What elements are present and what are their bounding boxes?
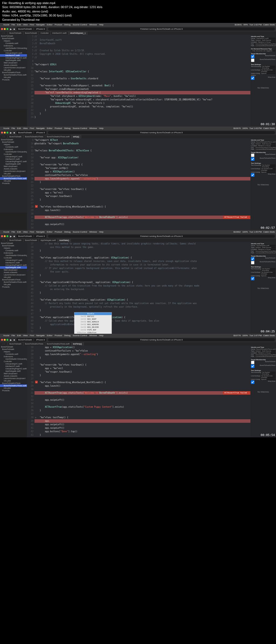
- file-name-field[interactable]: BoredToDeathUITests.swift: [256, 141, 276, 143]
- sidebar-item[interactable]: BoredToDeath: [0, 141, 27, 143]
- sidebar-item[interactable]: UserDefaults+Onboarding.swift: [0, 151, 27, 153]
- crumb[interactable]: BoredToDeathUITests.swift: [45, 135, 71, 138]
- crumb-symbol[interactable]: viewDidAppear(_:): [68, 32, 88, 35]
- sidebar-item[interactable]: UserDefaults+Onboarding.swift: [0, 358, 27, 360]
- sidebar-item[interactable]: OnboardingPageVC.swift: [0, 264, 27, 266]
- sidebar-item[interactable]: LaunchScreen.storyboard: [0, 274, 27, 276]
- line-endings-field[interactable]: No Explicit Line Endings: [261, 69, 275, 72]
- target-checkbox[interactable]: [251, 154, 254, 157]
- sidebar-item[interactable]: Controller: [0, 49, 27, 52]
- wrap-checkbox[interactable]: [251, 277, 254, 280]
- sidebar-item[interactable]: Products: [0, 79, 27, 81]
- wrap-checkbox[interactable]: [251, 380, 254, 384]
- app-menu[interactable]: Xcode: [3, 23, 9, 26]
- target-checkbox[interactable]: [251, 261, 254, 264]
- sidebar-item[interactable]: BoredToDeath: [0, 35, 27, 37]
- crumb[interactable]: resetState(): [58, 239, 71, 242]
- menu-find[interactable]: Find: [30, 127, 34, 130]
- stop-button[interactable]: ■: [13, 28, 15, 30]
- file-name-field[interactable]: AppDelegate.swift: [256, 245, 275, 246]
- sidebar-item[interactable]: OnboardingVC.swift: [0, 155, 27, 158]
- crumb-file[interactable]: InterfaceVC.swift: [51, 32, 68, 35]
- zoom-window[interactable]: [6, 235, 8, 237]
- sidebar-item[interactable]: Helpers: [0, 40, 27, 42]
- sidebar-item[interactable]: BoredToDeath: [0, 244, 27, 247]
- sidebar-item[interactable]: BoredToDeathUITests: [0, 278, 27, 281]
- crumb[interactable]: AppDelegate.swift: [39, 239, 57, 242]
- crumb-project[interactable]: BoredToDeath: [8, 32, 23, 35]
- sidebar-item[interactable]: userDefaults+Onboarding.swift: [0, 47, 27, 49]
- file-name-field[interactable]: InterfaceVC.swift: [256, 38, 275, 39]
- menu-file[interactable]: File: [12, 127, 15, 130]
- sidebar-item[interactable]: Info.plist: [0, 172, 27, 175]
- menu-product[interactable]: Product: [55, 23, 62, 26]
- sidebar-item[interactable]: BoredToDeathUITests.swift: [0, 74, 27, 76]
- sidebar-item[interactable]: Info.plist: [0, 380, 27, 382]
- menu-debug[interactable]: Debug: [64, 23, 71, 26]
- sidebar-item[interactable]: Main.storyboard: [0, 269, 27, 271]
- sidebar-item[interactable]: Assets.xcassets: [0, 375, 27, 377]
- scheme-selector[interactable]: BoredToDeath〉iPhone 8: [16, 131, 46, 134]
- sidebar-item[interactable]: AppDelegate.swift: [0, 59, 27, 62]
- sidebar-item[interactable]: BoredToDeathUITests.swift: [0, 281, 27, 283]
- sidebar-item[interactable]: BoredToDeath: [0, 348, 27, 350]
- scheme-selector[interactable]: BoredToDeath〉iPhone 8: [16, 338, 46, 342]
- source-editor[interactable]: 18 app = XCUIApplication()19 continueAft…: [27, 346, 250, 437]
- file-type-field[interactable]: Default - Swift Source: [255, 39, 275, 41]
- sidebar-item[interactable]: Controller: [0, 153, 27, 155]
- encoding-field[interactable]: No Explicit Encoding: [262, 66, 275, 69]
- sidebar-item[interactable]: Main.storyboard: [0, 372, 27, 375]
- source-editor[interactable]: 9"kw">import XCTest10@testable "kw">impo…: [27, 138, 250, 230]
- sidebar-item[interactable]: BoredToDeathUITests.swift: [0, 384, 27, 387]
- nav-back[interactable]: 〈 〉: [0, 32, 8, 35]
- menu-editor[interactable]: Editor: [47, 23, 53, 26]
- menu-product[interactable]: Product: [55, 127, 62, 130]
- location-field[interactable]: Relative to Group: [258, 145, 275, 146]
- clock[interactable]: Tue 1:43 PM: [249, 127, 262, 130]
- menu-navigate[interactable]: Navigate: [36, 23, 45, 26]
- run-button[interactable]: ▶: [10, 339, 12, 341]
- menu-file[interactable]: File: [12, 23, 15, 26]
- sidebar-item[interactable]: BoredToDeathUITests: [0, 175, 27, 177]
- target-checkbox[interactable]: [251, 257, 254, 261]
- sidebar-item[interactable]: Products: [0, 182, 27, 185]
- location-field[interactable]: Relative to Group: [258, 41, 275, 43]
- sidebar-item[interactable]: OnboardingVC.swift: [0, 259, 27, 261]
- sidebar-item[interactable]: LaunchScreen.storyboard: [0, 66, 27, 69]
- wrap-checkbox[interactable]: [251, 76, 254, 80]
- sidebar-item[interactable]: Helpers: [0, 247, 27, 249]
- sidebar-item[interactable]: Extensions: [0, 355, 27, 358]
- sidebar-item[interactable]: OnboardingPageVC.swift: [0, 57, 27, 59]
- menu-edit[interactable]: Edit: [17, 23, 21, 26]
- run-button[interactable]: ▶: [10, 235, 12, 238]
- sidebar-item[interactable]: Constants.swift: [0, 249, 27, 252]
- app-menu[interactable]: Xcode: [3, 127, 9, 130]
- sidebar-item[interactable]: LaunchScreen.storyboard: [0, 170, 27, 172]
- sidebar-item[interactable]: Extensions: [0, 45, 27, 47]
- run-button[interactable]: ▶: [10, 28, 12, 30]
- sidebar-item[interactable]: AppDelegate.swift: [0, 163, 27, 165]
- stop-button[interactable]: ■: [13, 339, 15, 341]
- bitcoin-ticker[interactable]: $10670: [233, 127, 241, 130]
- sidebar-item[interactable]: AppDelegate.swift: [0, 370, 27, 372]
- sidebar-item[interactable]: Extensions: [0, 252, 27, 254]
- sidebar-item[interactable]: Controller: [0, 360, 27, 363]
- crumb[interactable]: BoredToDeath: [23, 239, 39, 242]
- autocomplete-item[interactable]: BundleBundle: [74, 312, 112, 315]
- sidebar-item[interactable]: Info.plist: [0, 387, 27, 389]
- minimize-window[interactable]: [4, 28, 6, 30]
- target-checkbox[interactable]: [251, 157, 254, 161]
- clock[interactable]: Tue 1:42 PM: [249, 23, 262, 26]
- run-button[interactable]: ▶: [10, 131, 12, 134]
- sidebar-item[interactable]: Info.plist: [0, 283, 27, 286]
- sidebar-item[interactable]: LaunchScreen.storyboard: [0, 377, 27, 380]
- sidebar-item[interactable]: Controller: [0, 257, 27, 259]
- sidebar-item[interactable]: Extensions: [0, 148, 27, 151]
- crumb[interactable]: BoredToDeath: [8, 342, 23, 346]
- sidebar-item[interactable]: AppDelegate.swift: [0, 266, 27, 269]
- file-name-field[interactable]: BoredToDeathUITests.swift: [256, 348, 276, 350]
- autocomplete-item[interactable]: Int32BUS_NOOP: [74, 318, 112, 321]
- sidebar-item[interactable]: Info.plist: [0, 276, 27, 278]
- close-window[interactable]: [1, 339, 3, 341]
- sidebar-item[interactable]: BoredToDeath: [0, 242, 27, 244]
